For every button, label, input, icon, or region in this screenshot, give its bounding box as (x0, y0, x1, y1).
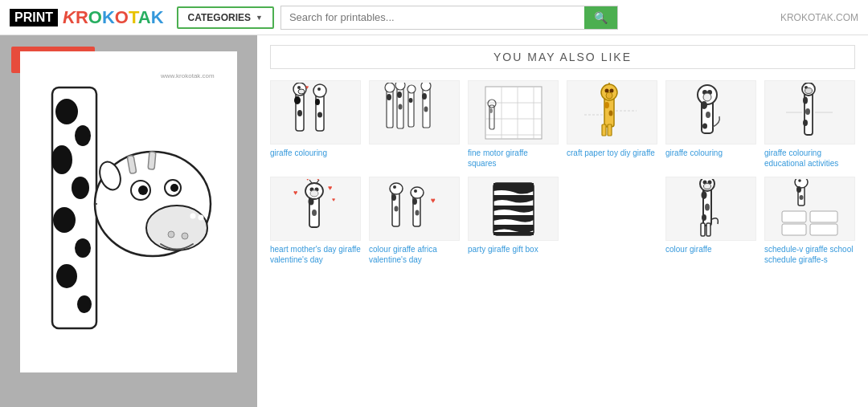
thumbnail-image (665, 177, 756, 241)
svg-point-27 (297, 86, 301, 89)
svg-point-85 (803, 96, 808, 104)
svg-point-7 (75, 238, 91, 258)
svg-point-94 (310, 190, 318, 197)
svg-point-60 (489, 108, 493, 113)
svg-rect-134 (810, 224, 837, 235)
svg-text:www.krokotak.com: www.krokotak.com (160, 72, 215, 79)
svg-point-49 (422, 93, 427, 100)
svg-point-32 (313, 84, 326, 97)
svg-point-43 (398, 104, 402, 109)
svg-point-107 (391, 194, 396, 201)
svg-point-127 (795, 179, 808, 188)
you-may-also-like-heading: YOU MAY ALSO LIKE (270, 45, 855, 69)
svg-rect-124 (701, 223, 705, 236)
list-item[interactable]: party giraffe gift box (468, 177, 559, 265)
logo: PRINT KROKOTAK (10, 7, 164, 28)
svg-point-87 (803, 120, 808, 126)
thumbnail-label: craft paper toy diy giraffe (567, 148, 657, 158)
thumbnail-label: giraffe colouring (665, 148, 756, 158)
svg-rect-131 (782, 211, 806, 222)
svg-point-17 (182, 233, 188, 239)
thumbnail-label: fine motor giraffe squares (468, 148, 559, 169)
thumbnail-image (764, 177, 855, 241)
svg-text:♥: ♥ (306, 179, 309, 181)
svg-point-35 (317, 112, 322, 117)
svg-point-50 (424, 106, 428, 112)
list-item[interactable]: giraffe colouring (665, 80, 756, 169)
svg-point-22 (199, 215, 204, 221)
thumbnail-image (764, 80, 855, 144)
thumbnail-image: ♥ (369, 177, 460, 241)
list-item[interactable]: schedule-v giraffe school schedule giraf… (764, 177, 855, 265)
svg-point-129 (796, 186, 801, 193)
svg-point-84 (805, 88, 812, 93)
svg-rect-31 (316, 92, 324, 131)
thumbnail-image (468, 177, 559, 241)
list-item[interactable]: craft paper toy diy giraffe (567, 80, 657, 169)
list-item[interactable]: fine motor giraffe squares (468, 80, 559, 169)
svg-point-41 (395, 83, 405, 90)
svg-point-111 (414, 189, 417, 193)
thumbnail-label: heart mother's day giraffe valentine's d… (270, 244, 361, 265)
svg-point-78 (701, 101, 707, 109)
right-panel: YOU MAY ALSO LIKE (257, 35, 868, 407)
svg-point-21 (190, 214, 196, 219)
search-container: 🔍 (280, 6, 618, 30)
svg-point-120 (703, 183, 710, 189)
svg-point-96 (312, 210, 317, 216)
thumbnail-label: party giraffe gift box (468, 244, 559, 254)
svg-point-2 (55, 99, 78, 124)
svg-point-11 (146, 206, 207, 250)
svg-point-33 (317, 88, 321, 91)
logo-it-text: KROKOTAK (63, 7, 164, 28)
svg-point-34 (315, 99, 320, 105)
thumbnail-image (369, 80, 460, 144)
svg-point-16 (168, 231, 174, 238)
svg-rect-133 (810, 211, 837, 222)
list-item[interactable]: ♥ ♥ ♥ ♥ ♥ heart mother's day giraffe val… (270, 177, 361, 265)
search-button[interactable]: 🔍 (584, 6, 617, 29)
svg-point-77 (703, 93, 711, 101)
thumbnail-label: giraffe colouring (270, 148, 361, 158)
svg-point-39 (387, 94, 391, 100)
thumbnail-label: colour giraffe africa valentine's day (369, 244, 460, 265)
svg-rect-20 (148, 152, 156, 170)
svg-point-5 (72, 177, 89, 199)
svg-text:♥: ♥ (305, 84, 309, 90)
logo-print-text: PRINT (10, 9, 58, 26)
categories-button[interactable]: CATEGORIES (177, 6, 274, 29)
svg-point-66 (604, 102, 609, 108)
svg-point-30 (297, 110, 302, 116)
list-item[interactable]: ♥ colour giraffe africa valentine's day (369, 177, 460, 265)
svg-rect-125 (706, 223, 710, 236)
svg-text:♥: ♥ (332, 197, 335, 202)
svg-line-100 (309, 180, 312, 183)
svg-text:♥: ♥ (328, 184, 332, 192)
header: PRINT KROKOTAK CATEGORIES 🔍 KROKOTAK.COM (0, 0, 868, 35)
svg-point-108 (394, 206, 398, 211)
svg-point-45 (407, 85, 416, 93)
thumbnail-label: giraffe colouring educational activities (764, 148, 855, 169)
thumbnail-label: colour giraffe (665, 244, 756, 254)
svg-rect-44 (408, 91, 414, 127)
svg-text:♥: ♥ (317, 179, 320, 181)
list-item[interactable]: giraffe colouring educational activities (764, 80, 855, 169)
svg-point-38 (385, 83, 395, 92)
site-name: KROKOTAK.COM (780, 12, 858, 23)
svg-rect-1 (52, 88, 96, 328)
svg-rect-70 (608, 124, 612, 136)
svg-point-128 (798, 179, 801, 182)
svg-point-8 (56, 264, 77, 288)
svg-point-79 (706, 112, 710, 118)
list-item[interactable]: colour giraffe (665, 177, 756, 265)
svg-point-3 (75, 125, 91, 146)
list-item[interactable]: ♥ giraffe colouring (270, 80, 361, 169)
left-panel: PRINT IT! www.krokotak.com (0, 35, 257, 407)
svg-rect-69 (602, 124, 606, 136)
search-input[interactable] (281, 6, 584, 29)
svg-point-6 (53, 207, 76, 233)
svg-point-106 (393, 185, 396, 189)
svg-point-121 (701, 191, 706, 199)
list-item[interactable] (369, 80, 460, 169)
svg-point-95 (308, 197, 313, 205)
